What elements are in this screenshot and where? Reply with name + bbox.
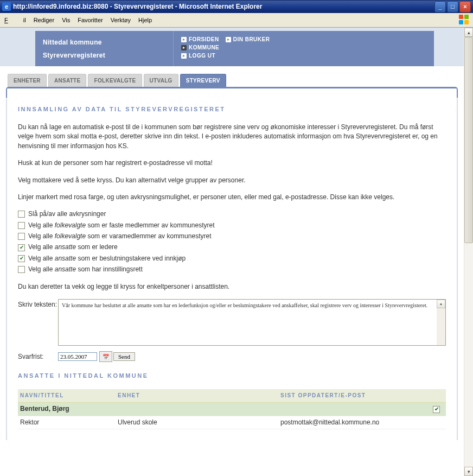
nav-kommune[interactable]: KOMMUNE xyxy=(189,45,219,50)
cell-enhet xyxy=(118,404,280,414)
minimize-button[interactable]: _ xyxy=(434,1,446,12)
banner-left: Nittedal kommune Styrevervregisteret xyxy=(35,31,174,66)
send-button[interactable]: Send xyxy=(113,352,135,361)
check-label: Velg alle ansatte som er ledere xyxy=(28,243,118,252)
table-header: NAVN/TITTEL ENHET SIST OPPDATERT/E-POST xyxy=(18,389,446,403)
label-skriv-teksten: Skriv teksten: xyxy=(18,299,58,309)
textarea-scrollbar[interactable]: ▴ xyxy=(437,300,445,345)
tab-styreverv[interactable]: STYREVERV xyxy=(180,74,226,87)
arrow-icon: ▸ xyxy=(181,53,187,59)
main-content: INNSAMLING AV DATA TIL STYREVERVREGISTER… xyxy=(6,98,458,440)
ie-icon: e xyxy=(2,2,11,11)
vertical-scrollbar[interactable]: ▴ ▾ xyxy=(464,28,473,476)
svarfrist-input[interactable] xyxy=(58,352,97,361)
menubar: Fil Rediger Vis Favoritter Verktøy Hjelp xyxy=(0,13,473,27)
table-row: Benterud, Bjørg xyxy=(18,403,446,416)
paragraph: Velg mottakere ved å sette kryss. Du kan… xyxy=(18,176,446,185)
checkbox-folkevalgte-vara[interactable] xyxy=(18,233,25,240)
tab-enheter[interactable]: ENHETER xyxy=(8,74,47,87)
close-button[interactable]: × xyxy=(459,1,471,12)
nav-forsiden[interactable]: FORSIDEN xyxy=(189,36,219,42)
tabrow: ENHETER ANSATTE FOLKEVALGTE UTVALG STYRE… xyxy=(0,66,464,87)
email-text-textarea[interactable]: Vår kommune har besluttet at alle ansatt… xyxy=(58,299,446,346)
menu-fil[interactable]: Fil xyxy=(4,17,26,23)
banner-nav: ▸ FORSIDEN ▸ DIN BRUKER ▸ KOMMUNE ▸ LOGG… xyxy=(174,31,434,66)
menu-vis[interactable]: Vis xyxy=(62,17,70,23)
checkbox-folkevalgte-faste[interactable] xyxy=(18,222,25,229)
paragraph: Linjer markert med rosa farge, og uten a… xyxy=(18,193,446,202)
check-label: Velg alle folkevalgte som er varamedlemm… xyxy=(28,232,211,241)
scroll-up-icon[interactable]: ▴ xyxy=(437,300,445,308)
arrow-icon-selected: ▸ xyxy=(181,45,187,50)
viewport: Nittedal kommune Styrevervregisteret ▸ F… xyxy=(0,27,473,476)
scroll-up-icon[interactable]: ▴ xyxy=(464,28,473,37)
scroll-down-icon[interactable]: ▾ xyxy=(464,467,473,476)
tab-folkevalgte[interactable]: FOLKEVALGTE xyxy=(88,74,142,87)
menu-favoritter[interactable]: Favoritter xyxy=(78,17,103,23)
menu-verktoy[interactable]: Verktøy xyxy=(111,17,131,23)
menu-hjelp[interactable]: Hjelp xyxy=(138,17,152,23)
arrow-icon: ▸ xyxy=(181,37,187,42)
label-svarfrist: Svarfrist: xyxy=(18,351,58,361)
scroll-thumb[interactable] xyxy=(464,37,473,243)
calendar-icon: 📅 xyxy=(103,354,109,360)
tab-utvalg[interactable]: UTVALG xyxy=(144,74,178,87)
arrow-icon: ▸ xyxy=(226,37,231,42)
scroll-track[interactable] xyxy=(464,37,473,467)
checkbox-ansatte-innstilling[interactable] xyxy=(18,266,25,273)
nav-dinbruker[interactable]: DIN BRUKER xyxy=(233,36,270,42)
section-title: INNSAMLING AV DATA TIL STYREVERVREGISTER… xyxy=(18,105,446,114)
th-sist: SIST OPPDATERT/E-POST xyxy=(280,392,433,400)
paragraph: Du kan deretter ta vekk og legge til kry… xyxy=(18,282,446,291)
banner-register: Styrevervregisteret xyxy=(43,52,165,59)
page-content: Nittedal kommune Styrevervregisteret ▸ F… xyxy=(0,28,464,476)
checkbox-ansatte-ledere[interactable] xyxy=(18,244,25,251)
table-row: Rektor Ulverud skole postmottak@nittedal… xyxy=(18,416,446,429)
checkbox-ansatte-innkjop[interactable] xyxy=(18,255,25,262)
tab-underline xyxy=(6,87,458,98)
section2-title: ANSATTE I NITTEDAL KOMMUNE xyxy=(18,372,446,380)
banner-kommune: Nittedal kommune xyxy=(43,39,165,46)
check-label: Velg alle ansatte som har innstillingsre… xyxy=(28,265,143,274)
cell-enhet: Ulverud skole xyxy=(118,418,280,427)
cell-navn: Rektor xyxy=(20,418,118,427)
checklist: Slå på/av alle avkrysninger Velg alle fo… xyxy=(18,210,446,274)
th-navn: NAVN/TITTEL xyxy=(20,392,118,400)
paragraph: Husk at kun de personer som har registre… xyxy=(18,158,446,168)
banner: Nittedal kommune Styrevervregisteret ▸ F… xyxy=(0,28,464,66)
menu-rediger[interactable]: Rediger xyxy=(34,17,55,23)
check-label: Velg alle ansatte som er beslutningstake… xyxy=(28,254,186,263)
cell-navn: Benterud, Bjørg xyxy=(20,404,118,414)
checkbox-toggle-all[interactable] xyxy=(18,211,25,218)
window-title: http://infored9.infored.biz:8080 - Styre… xyxy=(13,3,262,10)
tab-ansatte[interactable]: ANSATTE xyxy=(48,74,87,87)
cell-sist xyxy=(280,404,433,414)
check-label: Velg alle folkevalgte som er faste medle… xyxy=(28,221,214,230)
window-titlebar: e http://infored9.infored.biz:8080 - Sty… xyxy=(0,0,473,13)
paragraph: Du kan nå lage en automatisk e-post til … xyxy=(18,123,446,151)
windows-flag-icon xyxy=(459,15,470,26)
nav-loggut[interactable]: LOGG UT xyxy=(189,53,215,59)
row-checkbox[interactable] xyxy=(433,406,440,413)
th-enhet: ENHET xyxy=(118,392,280,400)
check-label: Slå på/av alle avkrysninger xyxy=(28,210,106,219)
maximize-button[interactable]: □ xyxy=(447,1,458,12)
cell-sist: postmottak@nittedal.kommune.no xyxy=(280,418,433,427)
calendar-button[interactable]: 📅 xyxy=(99,351,112,362)
